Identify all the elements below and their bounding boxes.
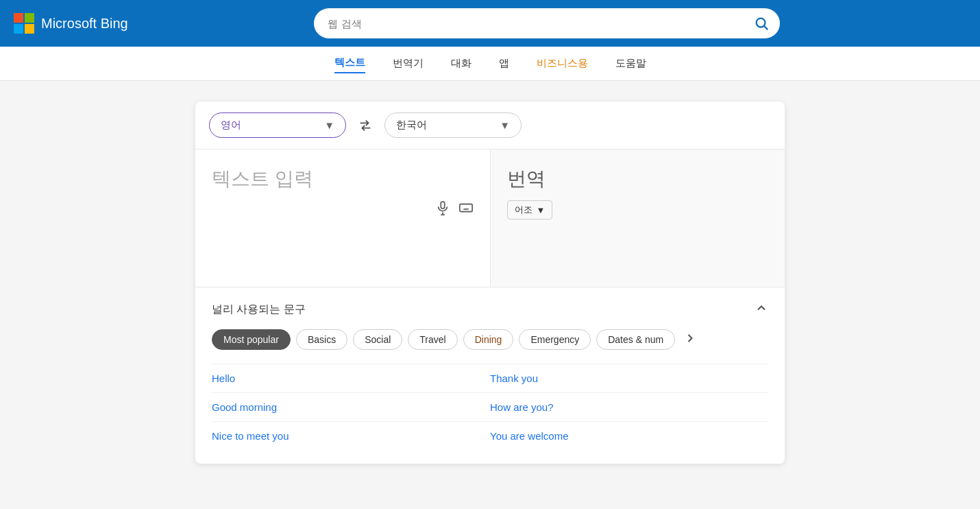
swap-icon bbox=[358, 118, 373, 133]
phrases-header: 널리 사용되는 문구 bbox=[212, 301, 768, 318]
nav-item-help[interactable]: 도움말 bbox=[615, 54, 646, 73]
collapse-icon bbox=[755, 301, 768, 315]
phrase-left-2[interactable]: Nice to meet you bbox=[212, 430, 490, 442]
category-tabs: Most popular Basics Social Travel Dining… bbox=[212, 329, 768, 350]
nav-item-translator[interactable]: 번역기 bbox=[393, 54, 424, 73]
phrase-left-1[interactable]: Good morning bbox=[212, 401, 490, 413]
table-row: Nice to meet you You are welcome bbox=[212, 421, 768, 450]
table-row: Hello Thank you bbox=[212, 364, 768, 392]
svg-rect-1 bbox=[25, 13, 34, 23]
svg-line-5 bbox=[764, 26, 768, 29]
table-row: Good morning How are you? bbox=[212, 392, 768, 421]
search-bar-container bbox=[128, 8, 966, 38]
phrases-section: 널리 사용되는 문구 Most popular Basics Social Tr… bbox=[195, 287, 785, 464]
search-bar bbox=[314, 8, 780, 38]
source-lang-label: 영어 bbox=[221, 119, 241, 132]
svg-rect-0 bbox=[14, 13, 23, 23]
tone-label: 어조 bbox=[515, 204, 532, 216]
svg-rect-6 bbox=[441, 202, 445, 209]
target-lang-dropdown[interactable]: 한국어 ▼ bbox=[384, 113, 522, 138]
cat-tab-dates-num[interactable]: Dates & num bbox=[596, 329, 675, 350]
search-input[interactable] bbox=[328, 18, 748, 29]
swap-languages-button[interactable] bbox=[353, 113, 378, 138]
translation-panels: 텍스트 입력 bbox=[195, 150, 785, 287]
svg-rect-3 bbox=[25, 24, 34, 34]
microsoft-logo bbox=[14, 13, 34, 34]
main-content: 영어 ▼ 한국어 ▼ 텍스트 입력 bbox=[0, 81, 980, 484]
keyboard-icon bbox=[458, 200, 474, 215]
header-title: Microsoft Bing bbox=[41, 16, 128, 32]
phrase-list: Hello Thank you Good morning How are you… bbox=[212, 364, 768, 450]
source-panel-controls bbox=[212, 192, 474, 219]
search-button[interactable] bbox=[754, 16, 769, 31]
logo-area: Microsoft Bing bbox=[14, 13, 128, 34]
svg-point-4 bbox=[757, 19, 765, 27]
mic-button[interactable] bbox=[435, 200, 450, 219]
keyboard-button[interactable] bbox=[458, 200, 474, 219]
cat-tab-travel[interactable]: Travel bbox=[408, 329, 457, 350]
nav-item-text[interactable]: 텍스트 bbox=[334, 54, 365, 73]
phrase-right-1[interactable]: How are you? bbox=[490, 401, 768, 413]
target-panel-controls: 어조 ▼ bbox=[507, 192, 769, 220]
source-panel: 텍스트 입력 bbox=[195, 150, 491, 287]
tone-chevron-icon: ▼ bbox=[537, 205, 546, 215]
translator-card: 영어 ▼ 한국어 ▼ 텍스트 입력 bbox=[195, 102, 785, 464]
nav-item-chat[interactable]: 대화 bbox=[451, 54, 471, 73]
target-lang-chevron: ▼ bbox=[500, 119, 510, 131]
translation-output: 번역 bbox=[507, 166, 769, 192]
lang-selector-row: 영어 ▼ 한국어 ▼ bbox=[195, 102, 785, 150]
cat-tab-basics[interactable]: Basics bbox=[296, 329, 347, 350]
source-placeholder[interactable]: 텍스트 입력 bbox=[212, 166, 474, 192]
nav-item-app[interactable]: 앱 bbox=[499, 54, 509, 73]
cat-tab-social[interactable]: Social bbox=[353, 329, 402, 350]
source-lang-chevron: ▼ bbox=[324, 119, 334, 131]
next-icon bbox=[683, 331, 697, 345]
phrase-left-0[interactable]: Hello bbox=[212, 372, 490, 384]
svg-rect-9 bbox=[459, 204, 471, 212]
phrase-right-2[interactable]: You are welcome bbox=[490, 430, 768, 442]
categories-next-button[interactable] bbox=[683, 331, 697, 348]
source-lang-dropdown[interactable]: 영어 ▼ bbox=[209, 113, 346, 138]
svg-rect-2 bbox=[14, 24, 23, 34]
search-icon bbox=[754, 16, 769, 31]
target-lang-label: 한국어 bbox=[396, 119, 427, 132]
collapse-phrases-button[interactable] bbox=[755, 301, 768, 318]
cat-tab-emergency[interactable]: Emergency bbox=[519, 329, 591, 350]
tone-dropdown[interactable]: 어조 ▼ bbox=[507, 200, 553, 220]
header: Microsoft Bing bbox=[0, 0, 980, 47]
phrases-title: 널리 사용되는 문구 bbox=[212, 303, 306, 317]
mic-icon bbox=[435, 200, 450, 215]
cat-tab-dining[interactable]: Dining bbox=[463, 329, 514, 350]
target-panel: 번역 어조 ▼ bbox=[491, 150, 785, 287]
cat-tab-most-popular[interactable]: Most popular bbox=[212, 329, 291, 350]
main-nav: 텍스트 번역기 대화 앱 비즈니스용 도움말 bbox=[0, 47, 980, 81]
nav-item-business[interactable]: 비즈니스용 bbox=[537, 54, 588, 73]
phrase-right-0[interactable]: Thank you bbox=[490, 372, 768, 384]
